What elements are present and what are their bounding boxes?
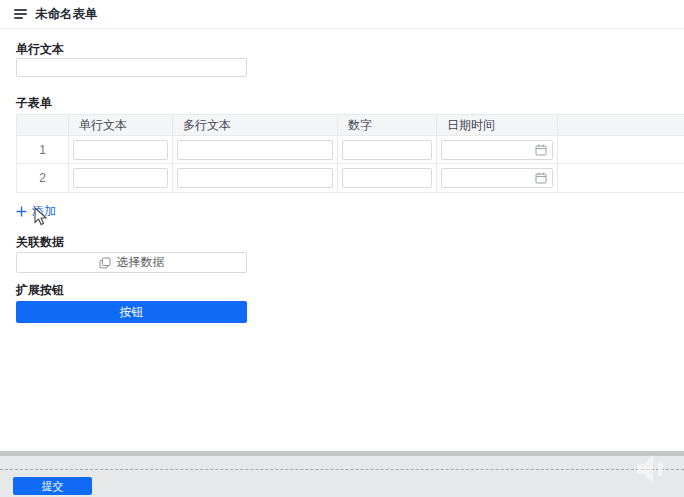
add-link-label: 添加 <box>32 203 56 220</box>
dashed-separator <box>0 469 684 470</box>
subform-row2-single-line-input[interactable] <box>73 168 168 188</box>
subform-col-header-empty <box>558 115 684 136</box>
subform-cell <box>437 164 558 192</box>
extended-action-button[interactable]: 按钮 <box>16 301 247 323</box>
single-line-text-label: 单行文本 <box>16 41 64 58</box>
form-preview-screen: 未命名表单 单行文本 子表单 单行文本 多行文本 数字 日期时间 1 <box>0 0 684 497</box>
subform-cell-empty <box>558 136 684 164</box>
subform-col-header-datetime: 日期时间 <box>437 115 558 136</box>
subform-col-header-index <box>17 115 69 136</box>
subform-row1-multi-line-input[interactable] <box>177 140 333 160</box>
subform-row-index: 2 <box>17 164 69 192</box>
subform-cell <box>173 164 338 192</box>
subform-cell <box>69 164 173 192</box>
speaker-icon <box>634 453 670 485</box>
subform-cell-empty <box>558 164 684 192</box>
submit-button-text: 提交 <box>42 479 64 494</box>
plus-icon <box>16 206 27 217</box>
subform-row2-multi-line-input[interactable] <box>177 168 333 188</box>
subform-cell <box>69 136 173 164</box>
subform-table: 单行文本 多行文本 数字 日期时间 1 <box>16 114 684 193</box>
subform-cell <box>338 164 437 192</box>
subform-add-row-link[interactable]: 添加 <box>16 203 56 220</box>
subform-row1-number-input[interactable] <box>342 140 432 160</box>
subform-row2-number-input[interactable] <box>342 168 432 188</box>
copy-icon <box>99 257 111 269</box>
subform-cell <box>338 136 437 164</box>
form-title: 未命名表单 <box>35 6 98 23</box>
form-lines-icon <box>14 9 27 19</box>
bottom-action-bar: 提交 <box>0 456 684 497</box>
extended-button-label: 扩展按钮 <box>16 282 64 299</box>
header: 未命名表单 <box>0 0 684 29</box>
subform-row-index: 1 <box>17 136 69 164</box>
select-data-button-label: 选择数据 <box>117 254 165 271</box>
subform-col-header-multi-line: 多行文本 <box>173 115 338 136</box>
related-data-label: 关联数据 <box>16 234 64 251</box>
select-data-button[interactable]: 选择数据 <box>16 252 247 273</box>
single-line-text-input[interactable] <box>16 58 247 77</box>
calendar-icon[interactable] <box>535 172 547 184</box>
subform-cell <box>437 136 558 164</box>
submit-button[interactable]: 提交 <box>13 477 92 495</box>
subform-col-header-number: 数字 <box>338 115 437 136</box>
calendar-icon[interactable] <box>535 144 547 156</box>
subform-label: 子表单 <box>16 95 52 112</box>
subform-row1-single-line-input[interactable] <box>73 140 168 160</box>
subform-col-header-single-line: 单行文本 <box>69 115 173 136</box>
subform-cell <box>173 136 338 164</box>
extended-action-button-text: 按钮 <box>120 304 144 321</box>
